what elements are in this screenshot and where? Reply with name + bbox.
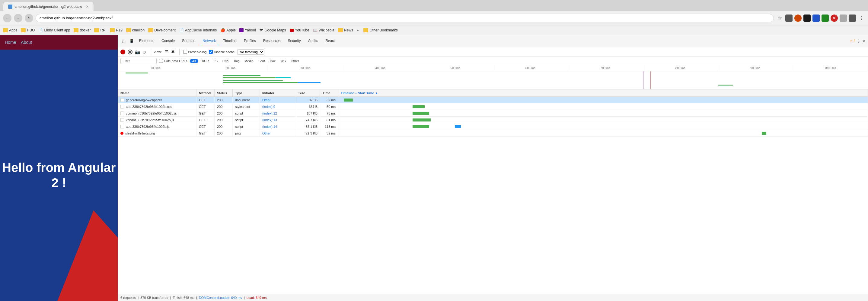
tab-profiles[interactable]: Profiles [241, 37, 259, 45]
bookmark-googlemaps[interactable]: 🗺 Google Maps [259, 28, 286, 32]
th-size[interactable]: Size [296, 89, 320, 97]
extension-icon-3[interactable] [803, 15, 811, 22]
td-initiator[interactable]: (index):9 [260, 103, 296, 110]
bookmark-yahoo[interactable]: Yahoo! [239, 28, 256, 32]
hide-urls-checkbox[interactable] [159, 59, 163, 63]
table-row[interactable]: app.338b7892fe95ffc1002b.css GET 200 sty… [118, 103, 868, 110]
table-row[interactable]: generator-ng2-webpack/ GET 200 document … [118, 97, 868, 103]
bookmark-apps[interactable]: Apps [3, 28, 17, 32]
tab-security[interactable]: Security [285, 37, 304, 45]
extension-icon-5[interactable] [822, 15, 829, 22]
td-initiator[interactable]: (index):13 [260, 117, 296, 123]
forward-button[interactable]: → [14, 14, 22, 22]
disable-cache-checkbox[interactable] [209, 50, 213, 54]
list-view-icon[interactable]: ☰ [164, 49, 169, 55]
filter-icon[interactable]: ⊘ [143, 50, 146, 54]
menu-icon[interactable]: ⋮ [858, 15, 865, 22]
more-options-icon[interactable]: ⋮ [857, 39, 861, 44]
th-status[interactable]: Status [215, 89, 233, 97]
close-devtools-icon[interactable]: ✕ [862, 39, 866, 44]
waterfall-view-icon[interactable]: ⌘ [170, 49, 176, 55]
bookmark-development[interactable]: Development [148, 28, 176, 32]
row-checkbox[interactable] [120, 111, 124, 115]
bookmark-rpi[interactable]: RPI [94, 28, 106, 32]
filter-doc-button[interactable]: Doc [269, 59, 277, 63]
extension-icon-4[interactable] [812, 15, 820, 22]
th-time[interactable]: Time [320, 89, 338, 97]
row-checkbox[interactable] [120, 125, 124, 129]
filter-img-button[interactable]: Img [233, 59, 241, 63]
stop-button[interactable]: ⬤ [128, 50, 132, 54]
bookmark-hbo[interactable]: HBO [21, 28, 35, 32]
bookmark-p19[interactable]: P19 [110, 28, 122, 32]
camera-icon[interactable]: 📷 [135, 50, 140, 54]
row-checkbox[interactable] [120, 98, 124, 102]
th-initiator[interactable]: Initiator [260, 89, 296, 97]
filter-other-button[interactable]: Other [289, 59, 300, 63]
extension-icon-1[interactable] [785, 15, 793, 22]
filter-js-button[interactable]: JS [213, 59, 219, 63]
more-bookmarks[interactable]: » [357, 28, 359, 32]
back-button[interactable]: ← [3, 14, 11, 22]
preserve-log-label[interactable]: Preserve log [183, 50, 207, 54]
reload-button[interactable]: ↻ [25, 14, 33, 22]
browser-tab[interactable]: cmelion.github.io/generator-ng2-webpack/… [3, 2, 94, 11]
tab-close-icon[interactable]: ✕ [86, 4, 89, 9]
hide-urls-label[interactable]: Hide data URLs [159, 59, 187, 63]
table-row[interactable]: app.338b7892fe95ffc1002b.js GET 200 scri… [118, 123, 868, 130]
td-type: document [233, 97, 260, 103]
tab-resources[interactable]: Resources [260, 37, 283, 45]
alert-icon[interactable]: ⚠ 2 [849, 39, 855, 43]
tab-audits[interactable]: Audits [305, 37, 321, 45]
extension-icon-7[interactable] [840, 15, 847, 22]
row-checkbox[interactable] [120, 105, 124, 109]
bookmark-youtube[interactable]: YouTube [290, 28, 309, 32]
about-link[interactable]: About [21, 40, 32, 45]
tab-sources[interactable]: Sources [179, 37, 198, 45]
table-row[interactable]: common.338b7892fe95ffc1002b.js GET 200 s… [118, 110, 868, 117]
mobile-icon[interactable]: 📱 [128, 38, 135, 45]
tab-elements[interactable]: Elements [136, 37, 157, 45]
tl-bar-row5 [223, 82, 298, 83]
extension-icon-2[interactable] [794, 15, 802, 22]
tab-react[interactable]: React [322, 37, 338, 45]
row-checkbox[interactable] [120, 118, 124, 122]
toolbar-icons: ☆ ✕ ⋮ [776, 15, 865, 22]
bookmark-cmelion[interactable]: cmelion [126, 28, 145, 32]
throttle-select[interactable]: No throttling [237, 49, 265, 55]
preserve-log-checkbox[interactable] [183, 50, 187, 54]
home-link[interactable]: Home [5, 40, 16, 45]
bookmark-other[interactable]: Other Bookmarks [363, 28, 398, 32]
bookmark-apple[interactable]: 🍎 Apple [220, 28, 236, 32]
filter-input[interactable] [120, 58, 157, 64]
th-timeline[interactable]: Timeline – Start Time ▲ [338, 89, 868, 97]
bookmark-appcache[interactable]: 📄 AppCache Internals [179, 28, 217, 32]
extension-icon-8[interactable] [849, 15, 856, 22]
filter-all-button[interactable]: All [190, 59, 198, 63]
filter-media-button[interactable]: Media [243, 59, 255, 63]
th-method[interactable]: Method [196, 89, 215, 97]
tab-timeline[interactable]: Timeline [220, 37, 240, 45]
td-initiator[interactable]: (index):14 [260, 123, 296, 130]
extension-icon-6[interactable]: ✕ [831, 15, 838, 22]
disable-cache-label[interactable]: Disable cache [209, 50, 235, 54]
th-name[interactable]: Name [118, 89, 196, 97]
bookmark-news[interactable]: News [338, 28, 353, 32]
filter-font-button[interactable]: Font [257, 59, 266, 63]
bookmark-wikipedia[interactable]: 📖 Wikipedia [313, 28, 334, 32]
tab-network[interactable]: Network [199, 37, 219, 45]
bookmark-libby[interactable]: 📄 Libby Client app [38, 28, 70, 32]
cursor-icon[interactable]: ⬚ [120, 38, 127, 45]
address-input[interactable] [36, 14, 774, 22]
th-type[interactable]: Type [233, 89, 260, 97]
record-button[interactable] [120, 50, 125, 54]
tab-console[interactable]: Console [158, 37, 178, 45]
filter-ws-button[interactable]: WS [279, 59, 287, 63]
bookmark-docker[interactable]: docker [74, 28, 91, 32]
filter-css-button[interactable]: CSS [221, 59, 230, 63]
td-initiator[interactable]: (index):12 [260, 110, 296, 116]
filter-xhr-button[interactable]: XHR [201, 59, 210, 63]
star-icon[interactable]: ☆ [776, 15, 783, 22]
table-row[interactable]: vendor.338b7892fe95ffc1002b.js GET 200 s… [118, 117, 868, 123]
table-row[interactable]: shield-with-beta.png GET 200 png Other 2… [118, 130, 868, 137]
